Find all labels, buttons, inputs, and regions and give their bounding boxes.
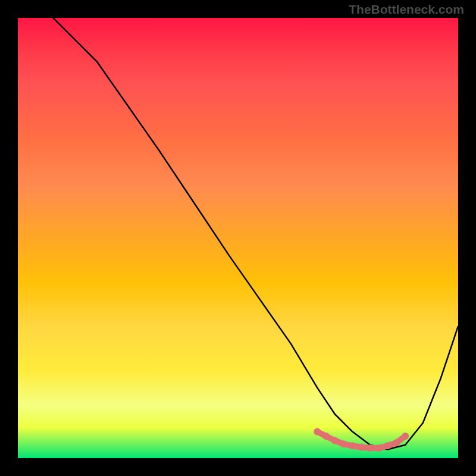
- chart-svg: [18, 18, 458, 458]
- optimal-region-marker: [331, 437, 339, 444]
- optimal-region-marker: [358, 444, 365, 451]
- optimal-region-marker: [322, 433, 330, 440]
- optimal-region-marker: [314, 428, 321, 436]
- optimal-region-marker: [367, 444, 374, 452]
- optimal-region-marker: [402, 433, 409, 440]
- bottleneck-curve-line: [53, 18, 458, 449]
- optimal-region-marker: [349, 442, 356, 449]
- watermark-text: TheBottleneck.com: [349, 2, 464, 17]
- optimal-region-marker: [384, 442, 392, 449]
- optimal-region-marker: [393, 439, 400, 446]
- chart-plot-area: [18, 18, 458, 458]
- optimal-region-marker: [340, 440, 347, 447]
- optimal-region-marker: [375, 444, 383, 452]
